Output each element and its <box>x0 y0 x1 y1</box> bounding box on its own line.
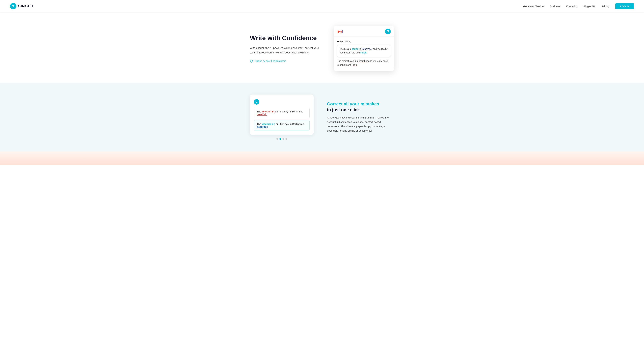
dot-1[interactable] <box>276 138 278 140</box>
error-in: in <box>272 110 274 113</box>
nav-grammar-checker[interactable]: Grammar Checker <box>523 5 544 8</box>
check-shield-icon <box>250 59 253 62</box>
logo-text: GINGER <box>18 4 33 8</box>
section2-title-bold: in just one click <box>327 107 394 112</box>
corrected-beautiful: beautiful! <box>257 125 268 128</box>
corrected-weather: weather on <box>262 122 275 125</box>
section2-title-teal: Correct all your mistakes <box>327 101 394 107</box>
email-original-text: The project start in december and we rea… <box>337 59 391 67</box>
ginger-g-badge: G <box>385 29 391 34</box>
dot-2[interactable] <box>280 138 281 140</box>
email-divider <box>334 36 394 37</box>
error-start: start <box>350 60 354 62</box>
nav-links: Grammar Checker Business Education Ginge… <box>523 3 634 9</box>
hero-section: Write with Confidence With Ginger, the A… <box>0 12 644 83</box>
correction-card: G The whether in our first day in Berlin… <box>250 94 314 135</box>
suggestion-insight: insight <box>360 51 367 54</box>
suggestion-december: December <box>362 48 372 50</box>
nav-business[interactable]: Business <box>550 5 560 8</box>
correction-card-wrapper: G The whether in our first day in Berlin… <box>250 94 314 140</box>
email-greeting: Hello Marta, <box>337 40 391 43</box>
hero-title: Write with Confidence <box>250 34 320 42</box>
original-sentence-row: The whether in our first day in Berlin w… <box>254 108 310 118</box>
carousel-dots <box>250 138 314 140</box>
ginger-icon-small: G <box>254 99 259 105</box>
nav-pricing[interactable]: Pricing <box>602 5 609 8</box>
error-beatiful: beatiful ! <box>257 113 267 116</box>
email-card-header: G <box>334 26 394 36</box>
login-button[interactable]: LOG IN <box>615 3 634 9</box>
corrected-sentence-row: The weather on our first day in Berlin w… <box>254 120 310 131</box>
suggestion-starts: starts <box>352 48 358 50</box>
svg-text:G: G <box>12 5 14 8</box>
hero-text: Write with Confidence With Ginger, the A… <box>250 34 320 62</box>
section2-text: Correct all your mistakes in just one cl… <box>327 101 394 133</box>
navbar: G GINGER Grammar Checker Business Educat… <box>0 0 644 12</box>
error-whether: whether <box>262 110 272 113</box>
suggestion-popup: ✕ The project starts in December and we … <box>337 45 391 57</box>
hero-description: With Ginger, the AI-powered writing assi… <box>250 46 320 55</box>
gmail-icon <box>337 28 343 34</box>
email-mockup-card: G Hello Marta, ✕ The project starts in D… <box>334 26 394 71</box>
trusted-badge: Trusted by over 8 million users <box>250 59 320 62</box>
correction-section: G The whether in our first day in Berlin… <box>0 83 644 151</box>
trusted-text: Trusted by over 8 million users <box>254 60 286 62</box>
ginger-logo-icon: G <box>10 3 16 9</box>
error-december: december <box>357 60 368 62</box>
nav-education[interactable]: Education <box>566 5 578 8</box>
logo[interactable]: G GINGER <box>10 3 33 9</box>
section2-description: Ginger goes beyond spelling and grammar.… <box>327 115 394 133</box>
close-icon[interactable]: ✕ <box>387 46 389 50</box>
error-insite: insite <box>352 63 358 66</box>
email-body: Hello Marta, ✕ The project starts in Dec… <box>334 39 394 71</box>
bottom-section <box>0 151 644 165</box>
nav-ginger-api[interactable]: Ginger API <box>584 5 596 8</box>
suggestion-text: The project starts in December and we re… <box>340 48 387 54</box>
dot-4[interactable] <box>286 138 287 140</box>
dot-3[interactable] <box>282 138 284 140</box>
